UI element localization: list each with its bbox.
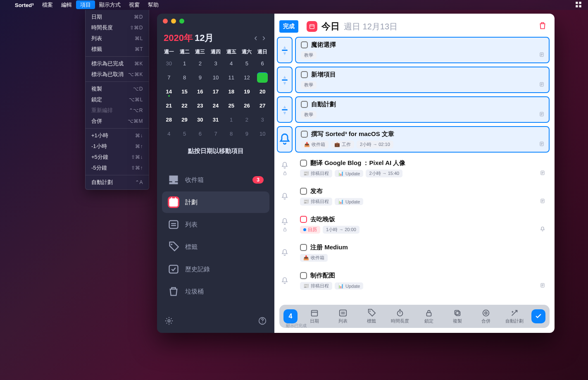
- task-checkbox[interactable]: [300, 244, 307, 251]
- menu-item[interactable]: 日期⌘D: [86, 12, 149, 22]
- task-handle[interactable]: [277, 240, 293, 265]
- menu-item[interactable]: 合併⌥⌘M: [86, 116, 149, 127]
- menu-item[interactable]: -5分鐘⇧⌘↑: [86, 163, 149, 173]
- menu-item[interactable]: 標示為已完成⌘K: [86, 58, 149, 69]
- sidebar-item-trash[interactable]: 垃圾桶: [162, 281, 269, 302]
- calendar-next[interactable]: ›: [260, 33, 268, 43]
- task-card[interactable]: 新增項目教學: [295, 67, 550, 93]
- confirm-button[interactable]: [531, 309, 545, 323]
- calendar-day[interactable]: 10: [255, 127, 270, 140]
- calendar-day[interactable]: 19: [239, 85, 255, 98]
- task-checkbox[interactable]: [301, 41, 308, 48]
- menubar-item-1[interactable]: 編輯: [57, 0, 76, 9]
- task-handle[interactable]: [277, 156, 293, 181]
- task-handle[interactable]: ▲▼: [277, 37, 293, 63]
- task-card[interactable]: 翻译 Google Blog ：Pixel AI 人像📰排稿日程📊Update2…: [295, 156, 550, 181]
- calendar-day[interactable]: 13: [255, 71, 270, 84]
- calendar-day[interactable]: 21: [161, 99, 177, 112]
- calendar-day[interactable]: 5: [239, 57, 255, 69]
- menubar-app[interactable]: Sorted³: [11, 1, 38, 10]
- calendar-day[interactable]: 10: [208, 71, 224, 84]
- task-checkbox[interactable]: [300, 160, 307, 167]
- task-card[interactable]: 去吃晚饭日历1小時 → 20:00: [295, 212, 550, 237]
- menu-item[interactable]: 標籤⌘T: [86, 44, 149, 55]
- menubar-item-5[interactable]: 幫助: [144, 0, 163, 9]
- calendar-day[interactable]: 1: [224, 113, 239, 126]
- task-card[interactable]: 注册 Medium📥收件箱: [295, 240, 550, 265]
- menu-item[interactable]: -1小時⌘↑: [86, 141, 149, 152]
- calendar-day[interactable]: 2: [239, 113, 255, 126]
- toolbar-magic[interactable]: 自動計劃: [500, 308, 529, 324]
- calendar-day[interactable]: 4: [224, 57, 239, 69]
- menubar-item-0[interactable]: 檔案: [38, 0, 57, 9]
- task-handle[interactable]: [277, 212, 293, 237]
- sidebar-item-list[interactable]: 列表: [162, 214, 269, 235]
- calendar-day[interactable]: 30: [192, 113, 208, 126]
- toolbar-tag[interactable]: 標籤: [357, 308, 386, 324]
- task-card[interactable]: 制作配图📰排稿日程📊Update: [295, 268, 550, 293]
- task-checkbox[interactable]: [301, 71, 308, 78]
- calendar-day[interactable]: 5: [177, 127, 193, 140]
- menubar-item-2[interactable]: 項目: [76, 0, 95, 9]
- toolbar-lock[interactable]: 鎖定: [414, 308, 443, 324]
- task-handle[interactable]: [277, 268, 293, 293]
- task-card[interactable]: 发布📰排稿日程📊Update: [295, 184, 550, 209]
- calendar-day[interactable]: 6: [192, 127, 208, 140]
- task-handle[interactable]: ▲▼: [277, 96, 293, 123]
- sidebar-item-plan[interactable]: 計劃: [162, 191, 269, 213]
- menu-item[interactable]: +5分鐘⇧⌘↓: [86, 152, 149, 163]
- calendar-day[interactable]: 7: [208, 127, 224, 140]
- help-icon[interactable]: [258, 316, 267, 327]
- menu-item[interactable]: 鎖定⌥⌘L: [86, 94, 149, 105]
- menu-item[interactable]: +1小時⌘↓: [86, 130, 149, 141]
- sidebar-item-inbox[interactable]: 收件箱3: [162, 169, 269, 191]
- calendar-day[interactable]: 24: [208, 99, 224, 112]
- task-card[interactable]: 自動計劃教學: [295, 96, 550, 123]
- toolbar-copy[interactable]: 複製: [443, 308, 471, 324]
- toolbar-timer[interactable]: 時間長度: [386, 308, 414, 324]
- toolbar-calendar[interactable]: 日期: [300, 308, 329, 324]
- close-button[interactable]: [163, 19, 168, 24]
- calendar-day[interactable]: 7: [161, 71, 177, 84]
- toolbar-merge[interactable]: 合併: [472, 308, 500, 324]
- sidebar-item-tag[interactable]: 標籤: [162, 236, 269, 258]
- task-card[interactable]: 撰写 Sorted³ for macOS 文章📥收件箱💼工作2小時 → 02:1…: [295, 126, 550, 153]
- task-handle[interactable]: [277, 184, 293, 209]
- calendar-day[interactable]: 16: [192, 85, 208, 98]
- minimize-button[interactable]: [171, 19, 176, 24]
- calendar-day[interactable]: 1: [177, 57, 193, 69]
- calendar-day[interactable]: 23: [192, 99, 208, 112]
- menu-extra-icon[interactable]: [575, 1, 582, 10]
- calendar-day[interactable]: 12: [239, 71, 255, 84]
- task-handle[interactable]: ▲▼: [277, 67, 293, 93]
- task-handle[interactable]: [277, 126, 293, 153]
- calendar-day[interactable]: 8: [224, 127, 239, 140]
- menu-item[interactable]: 標示為已取消⌥⌘K: [86, 69, 149, 80]
- calendar-day[interactable]: 11: [224, 71, 239, 84]
- calendar-day[interactable]: 6: [255, 57, 270, 69]
- toolbar-list[interactable]: 列表: [329, 308, 357, 324]
- task-checkbox[interactable]: [301, 101, 308, 108]
- settings-icon[interactable]: [164, 316, 174, 327]
- task-checkbox[interactable]: [300, 216, 307, 223]
- delete-button[interactable]: [538, 21, 547, 32]
- sidebar-item-history[interactable]: 歷史記錄: [162, 258, 269, 280]
- calendar-day[interactable]: 30: [161, 57, 177, 69]
- calendar-day[interactable]: 29: [177, 113, 193, 126]
- menu-item[interactable]: 時間長度⇧⌘D: [86, 22, 149, 33]
- menubar-item-4[interactable]: 視窗: [125, 0, 144, 9]
- calendar-day[interactable]: 15: [177, 85, 193, 98]
- calendar-day[interactable]: 28: [161, 113, 177, 126]
- menu-item[interactable]: 複製⌥D: [86, 84, 149, 94]
- calendar-day[interactable]: 22: [177, 99, 193, 112]
- calendar-day[interactable]: 20: [255, 85, 270, 98]
- menubar-item-3[interactable]: 顯示方式: [95, 0, 125, 9]
- calendar-day[interactable]: 8: [177, 71, 193, 84]
- calendar-day[interactable]: 14: [161, 85, 177, 98]
- calendar-day[interactable]: 25: [224, 99, 239, 112]
- calendar-day[interactable]: 2: [192, 57, 208, 69]
- menu-item[interactable]: 自動計劃⌃A: [86, 177, 149, 188]
- calendar-day[interactable]: 3: [208, 57, 224, 69]
- calendar-day[interactable]: 31: [208, 113, 224, 126]
- calendar-prev[interactable]: ‹: [252, 33, 259, 43]
